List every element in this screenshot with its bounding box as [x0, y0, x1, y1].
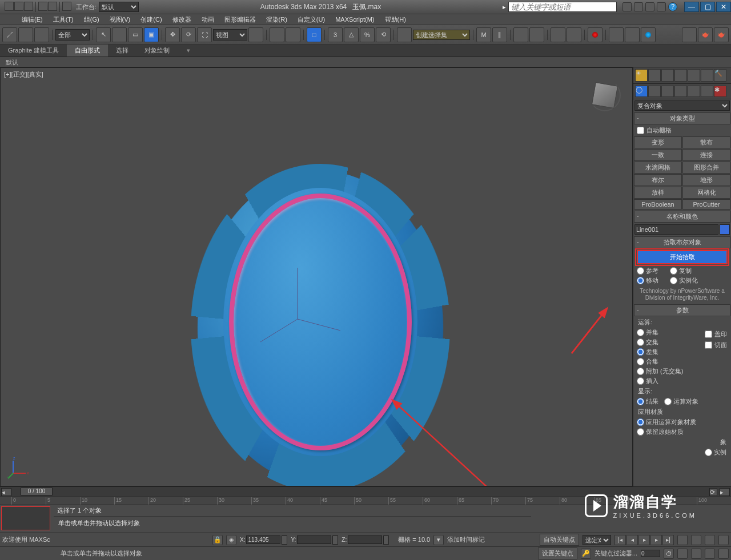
tool-move[interactable]: ✥	[165, 27, 180, 42]
coord-y[interactable]	[297, 535, 331, 544]
menu-render[interactable]: 渲染(R)	[262, 14, 292, 25]
radio-move[interactable]: 移动	[637, 276, 658, 285]
time-slider[interactable]: ◂ 0 / 100 ▸ ⟳	[0, 486, 731, 497]
tool-teapot1[interactable]: 🫖	[698, 27, 713, 42]
btn-morph[interactable]: 变形	[634, 136, 682, 148]
tool-scale[interactable]: ⛶	[197, 27, 212, 42]
key-icon[interactable]: 🔑	[581, 549, 591, 559]
nav-8[interactable]	[718, 549, 729, 559]
hammer-icon[interactable]: 🔨	[714, 69, 726, 82]
ribbon-tab-graphite[interactable]: Graphite 建模工具	[0, 45, 67, 57]
ribbon-tab-paint[interactable]: 对象绘制	[136, 45, 178, 57]
next-frame[interactable]: ▸	[650, 535, 662, 545]
autokey-button[interactable]: 自动关键点	[540, 534, 579, 546]
goto-end[interactable]: ▸|	[662, 535, 674, 545]
tool-render-prod[interactable]	[682, 27, 697, 42]
space-icon[interactable]	[701, 86, 713, 97]
tool-schematic[interactable]	[567, 27, 581, 42]
tool-render-setup[interactable]	[609, 27, 624, 42]
new-icon[interactable]	[5, 2, 14, 11]
caption-icon-4[interactable]	[657, 2, 666, 11]
tool-percent[interactable]: %	[360, 27, 375, 42]
link-icon[interactable]	[62, 2, 71, 11]
op-subtract[interactable]: 差集	[637, 348, 658, 356]
tool-unlink[interactable]	[18, 27, 33, 42]
minimize-button[interactable]: —	[684, 2, 699, 12]
tool-ribbon[interactable]	[529, 27, 544, 42]
tool-render-frame[interactable]	[625, 27, 640, 42]
chk-cookie[interactable]	[705, 341, 712, 349]
show-result[interactable]: 结果	[637, 397, 658, 406]
panel-icon-2[interactable]	[648, 69, 661, 82]
op-merge[interactable]: 合集	[637, 357, 658, 366]
preview-thumb[interactable]	[1, 506, 50, 530]
btn-mesher[interactable]: 网格化	[682, 187, 730, 199]
menu-modifiers[interactable]: 修改器	[168, 14, 196, 25]
play[interactable]: ▸	[638, 535, 650, 545]
btn-proboolean[interactable]: ProBoolean	[634, 199, 682, 210]
frame-input[interactable]	[641, 550, 660, 557]
spin-z[interactable]	[383, 535, 389, 545]
rollout-object-type[interactable]: -对象类型	[634, 112, 730, 124]
menu-maxscript[interactable]: MAXScript(M)	[331, 15, 379, 24]
spin-x[interactable]	[282, 535, 287, 545]
tool-kbd[interactable]	[286, 27, 300, 42]
tool-teapot2[interactable]: 🫖	[714, 27, 729, 42]
viewport-label[interactable]: [+][正交][真实]	[4, 70, 43, 79]
tool-editor[interactable]	[397, 27, 412, 42]
coord-z[interactable]	[348, 535, 382, 544]
mat-keep[interactable]: 保留原始材质	[637, 428, 684, 436]
prev-frame[interactable]: ◂	[626, 535, 638, 545]
info-icon[interactable]: ▸	[503, 3, 506, 11]
menu-views[interactable]: 视图(V)	[105, 14, 135, 25]
filter-select[interactable]: 全部	[55, 29, 90, 41]
tool-render[interactable]	[641, 27, 656, 42]
start-pick-button[interactable]: 开始拾取	[637, 250, 728, 264]
light2-icon[interactable]	[661, 86, 674, 97]
radio-instance[interactable]: 实例化	[670, 276, 698, 285]
menu-graph[interactable]: 图形编辑器	[220, 14, 260, 25]
time-handle[interactable]: 0 / 100	[21, 488, 53, 495]
tool-select-name[interactable]	[112, 27, 127, 42]
goto-start[interactable]: |◂	[614, 535, 626, 545]
btn-procutter[interactable]: ProCutter	[682, 199, 730, 210]
menu-edit[interactable]: 编辑(E)	[17, 14, 47, 25]
tool-pivot[interactable]	[248, 27, 263, 42]
tool-window[interactable]: ▣	[144, 27, 159, 42]
add-marker[interactable]: 添加时间标记	[447, 535, 485, 544]
shape-icon[interactable]	[648, 86, 661, 97]
setkey-button[interactable]: 设置关键点	[538, 547, 577, 559]
caption-icon-1[interactable]	[622, 2, 632, 11]
show-operands[interactable]: 运算对象	[664, 397, 698, 406]
nav-6[interactable]	[691, 549, 701, 559]
color-swatch[interactable]	[720, 224, 730, 235]
panel-icon-5[interactable]	[688, 69, 700, 82]
time-config[interactable]: ⏱	[664, 549, 674, 559]
tool-spinner[interactable]: ⟲	[376, 27, 391, 42]
key-filter[interactable]: 关键点过滤器...	[595, 549, 637, 558]
btn-boolean[interactable]: 布尔	[634, 174, 682, 186]
tool-select[interactable]: ↖	[96, 27, 111, 42]
op-union[interactable]: 并集	[637, 328, 658, 337]
tool-material[interactable]	[588, 27, 603, 42]
maximize-button[interactable]: ▢	[700, 2, 715, 12]
panel-icon-3[interactable]	[661, 69, 674, 82]
nav-7[interactable]	[705, 549, 715, 559]
radio-copy[interactable]: 复制	[670, 267, 692, 275]
menu-animation[interactable]: 动画	[197, 14, 219, 25]
viewport[interactable]: [+][正交][真实] z x y	[0, 67, 633, 486]
tool-manip[interactable]	[270, 27, 284, 42]
menu-group[interactable]: 组(G)	[79, 14, 104, 25]
nav-1[interactable]	[677, 535, 688, 545]
caption-icon-2[interactable]	[634, 2, 643, 11]
undo-icon[interactable]	[38, 2, 47, 11]
tool-rect[interactable]: ▭	[128, 27, 143, 42]
nav-4[interactable]	[718, 535, 729, 545]
viewcube[interactable]	[589, 79, 621, 111]
ribbon-dropdown[interactable]: ▾	[183, 47, 194, 54]
btn-blobmesh[interactable]: 水滴网格	[634, 162, 682, 174]
lock-icon[interactable]: 🔒	[212, 535, 223, 545]
redo-icon[interactable]	[48, 2, 57, 11]
open-icon[interactable]	[14, 2, 23, 11]
selset-select[interactable]: 创建选择集	[413, 30, 470, 40]
